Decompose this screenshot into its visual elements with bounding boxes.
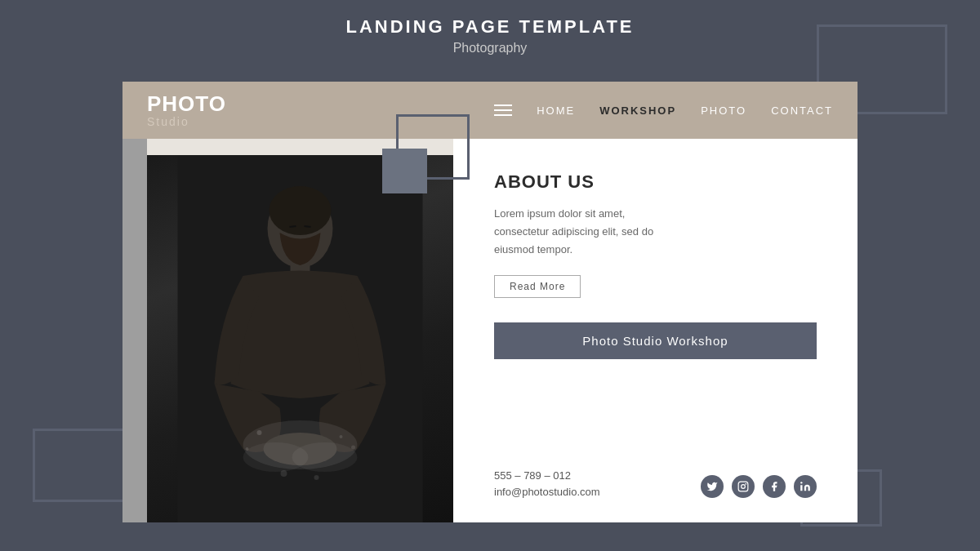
svg-line-14 <box>290 226 296 227</box>
bottom-contact-row: 555 – 789 – 012 info@photostudio.com <box>494 461 817 498</box>
nav-bar: PHOTO Studio HOME WORKSHOP PHOTO CONTACT <box>122 82 858 139</box>
nav-links: HOME WORKSHOP PHOTO CONTACT <box>494 104 833 117</box>
photo-container <box>147 155 453 522</box>
nav-link-contact[interactable]: CONTACT <box>771 104 833 117</box>
content-area: ABOUT US Lorem ipsum dolor sit amet, con… <box>122 139 858 522</box>
svg-point-18 <box>745 483 746 485</box>
linkedin-icon[interactable] <box>794 475 817 498</box>
svg-point-8 <box>340 435 343 438</box>
social-icons <box>701 475 817 498</box>
read-more-button[interactable]: Read More <box>494 275 581 298</box>
logo-studio: Studio <box>147 116 226 127</box>
about-title: ABOUT US <box>494 171 817 193</box>
svg-point-12 <box>351 446 355 450</box>
contact-phone: 555 – 789 – 012 <box>494 469 600 482</box>
svg-point-10 <box>314 475 319 480</box>
svg-rect-16 <box>738 482 748 491</box>
svg-point-17 <box>742 485 746 489</box>
nav-link-photo[interactable]: PHOTO <box>701 104 746 117</box>
deco-sq-outer <box>396 114 470 180</box>
svg-point-9 <box>281 470 287 477</box>
svg-point-6 <box>292 442 358 472</box>
nav-link-workshop[interactable]: WORKSHOP <box>599 104 676 117</box>
main-card: PHOTO Studio HOME WORKSHOP PHOTO CONTACT <box>122 82 858 510</box>
workshop-banner: Photo Studio Workshop <box>494 322 817 359</box>
svg-point-13 <box>270 186 332 235</box>
deco-squares <box>396 114 470 180</box>
page-title-area: LANDING PAGE TEMPLATE Photography <box>0 16 980 56</box>
nav-link-home[interactable]: HOME <box>537 104 575 117</box>
logo-photo: PHOTO <box>147 93 226 114</box>
hamburger-icon[interactable] <box>494 104 512 116</box>
person-svg <box>147 155 453 522</box>
about-text: Lorem ipsum dolor sit amet, consectetur … <box>494 205 674 259</box>
contact-email: info@photostudio.com <box>494 486 600 498</box>
svg-point-19 <box>800 482 802 483</box>
deco-sq-inner <box>382 149 427 193</box>
page-title-main: LANDING PAGE TEMPLATE <box>0 16 980 38</box>
svg-point-7 <box>257 430 262 435</box>
right-section: ABOUT US Lorem ipsum dolor sit amet, con… <box>453 139 858 522</box>
contact-info: 555 – 789 – 012 info@photostudio.com <box>494 469 600 498</box>
facebook-icon[interactable] <box>763 475 786 498</box>
left-section <box>122 139 453 522</box>
svg-point-11 <box>246 447 249 451</box>
twitter-icon[interactable] <box>701 475 724 498</box>
instagram-icon[interactable] <box>732 475 755 498</box>
photo-person <box>147 155 453 522</box>
grey-bar <box>122 139 147 522</box>
logo-area: PHOTO Studio <box>147 93 226 127</box>
svg-line-15 <box>305 226 311 227</box>
page-title-sub: Photography <box>0 41 980 56</box>
